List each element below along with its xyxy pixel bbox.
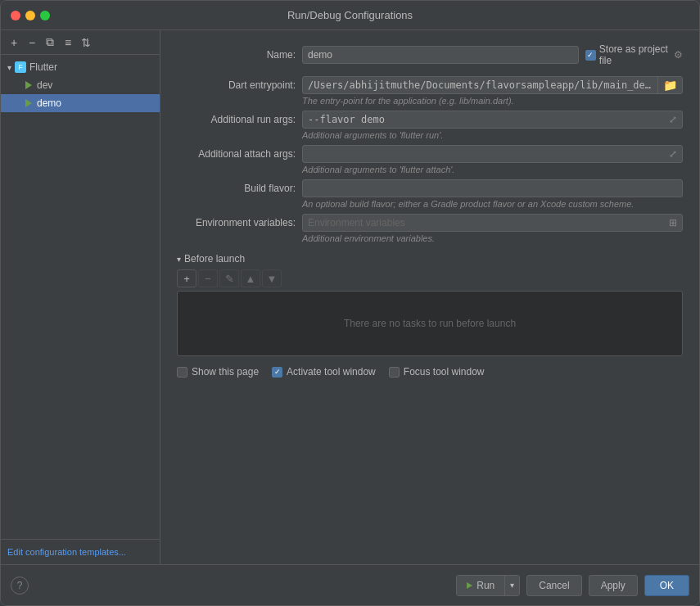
copy-config-button[interactable]: ⧉ (42, 34, 58, 51)
apply-button[interactable]: Apply (589, 575, 638, 596)
sidebar-item-flutter-label: Flutter (29, 61, 57, 73)
build-flavor-hint: An optional build flavor; either a Gradl… (302, 199, 683, 209)
attach-args-row: Additional attach args: ⤢ Additional arg… (177, 145, 683, 174)
build-flavor-row: Build flavor: An optional build flavor; … (177, 179, 683, 209)
bottom-bar: ? Run ▾ Cancel Apply OK (1, 564, 699, 605)
action-buttons: Run ▾ Cancel Apply OK (456, 575, 689, 596)
flutter-chevron-icon: ▾ (7, 63, 11, 72)
before-launch-edit-button[interactable]: ✎ (219, 269, 239, 287)
maximize-button[interactable] (40, 11, 50, 20)
remove-config-button[interactable]: − (24, 34, 40, 51)
store-project-checkbox[interactable] (585, 50, 596, 61)
run-config-icon-demo (24, 98, 34, 108)
menu-config-button[interactable]: ≡ (60, 34, 76, 51)
flutter-icon: F (15, 61, 26, 73)
run-args-hint: Additional arguments to 'flutter run'. (302, 130, 683, 140)
checkboxes-row: Show this page Activate tool window Focu… (177, 366, 683, 378)
sidebar-footer: Edit configuration templates... (1, 539, 160, 564)
sidebar-item-dev[interactable]: dev (1, 76, 160, 94)
focus-tool-checkbox[interactable] (389, 367, 400, 378)
activate-tool-checkbox-item[interactable]: Activate tool window (272, 366, 376, 378)
before-launch-empty-text: There are no tasks to run before launch (344, 318, 516, 329)
build-flavor-input[interactable] (302, 179, 683, 197)
traffic-lights (11, 11, 50, 20)
name-row: Name: Store as project file ⚙ (177, 43, 683, 66)
add-config-button[interactable]: + (6, 34, 22, 51)
dart-input-area: 📁 (302, 76, 683, 94)
run-debug-dialog: Run/Debug Configurations + − ⧉ ≡ ⇅ ▾ F F… (0, 0, 700, 606)
env-vars-row: Environment variables: Environment varia… (177, 214, 683, 243)
attach-args-input[interactable] (303, 146, 664, 162)
before-launch-toolbar: + − ✎ ▲ ▼ (177, 269, 683, 287)
attach-args-field: ⤢ Additional arguments to 'flutter attac… (302, 145, 683, 174)
attach-args-hint: Additional arguments to 'flutter attach'… (302, 165, 683, 174)
run-config-icon-dev (24, 80, 34, 90)
build-flavor-label: Build flavor: (177, 179, 296, 194)
env-vars-label: Environment variables: (177, 214, 296, 228)
env-vars-hint: Additional environment variables. (302, 233, 683, 243)
show-page-checkbox[interactable] (177, 367, 187, 378)
before-launch-section: ▾ Before launch + − ✎ ▲ ▼ There are no t… (177, 253, 683, 356)
env-vars-input-area: Environment variables ⊞ (302, 214, 683, 232)
activate-tool-checkbox[interactable] (272, 367, 282, 378)
env-vars-edit-button[interactable]: ⊞ (669, 217, 677, 228)
before-launch-down-button[interactable]: ▼ (262, 269, 282, 287)
dart-browse-button[interactable]: 📁 (657, 77, 682, 93)
title-bar: Run/Debug Configurations (1, 1, 699, 30)
run-triangle-icon (467, 582, 472, 589)
sidebar-toolbar: + − ⧉ ≡ ⇅ (1, 30, 160, 55)
dart-entrypoint-row: Dart entrypoint: 📁 The entry-point for t… (177, 76, 683, 106)
help-icon: ? (17, 580, 23, 591)
store-checkbox-area: Store as project file ⚙ (585, 43, 683, 66)
focus-tool-checkbox-item[interactable]: Focus tool window (389, 366, 485, 378)
before-launch-up-button[interactable]: ▲ (241, 269, 260, 287)
show-page-label: Show this page (192, 366, 259, 378)
focus-tool-label: Focus tool window (404, 366, 485, 378)
cancel-button[interactable]: Cancel (526, 575, 581, 596)
main-content: + − ⧉ ≡ ⇅ ▾ F Flutter dev (1, 30, 699, 564)
sidebar-tree: ▾ F Flutter dev demo (1, 55, 160, 539)
store-project-label: Store as project file (599, 43, 671, 66)
before-launch-remove-button[interactable]: − (198, 269, 218, 287)
run-args-input-area: ⤢ (302, 111, 683, 129)
show-page-checkbox-item[interactable]: Show this page (177, 366, 259, 378)
sidebar-item-flutter[interactable]: ▾ F Flutter (1, 58, 160, 76)
dart-entrypoint-input[interactable] (303, 77, 657, 93)
name-input[interactable] (302, 46, 579, 64)
run-button[interactable]: Run (457, 576, 504, 595)
run-args-expand-button[interactable]: ⤢ (664, 112, 682, 127)
build-flavor-field: An optional build flavor; either a Gradl… (302, 179, 683, 209)
run-button-group: Run ▾ (456, 575, 520, 596)
edit-templates-link[interactable]: Edit configuration templates... (7, 547, 126, 557)
dart-hint: The entry-point for the application (e.g… (302, 96, 683, 106)
help-button[interactable]: ? (11, 577, 29, 595)
run-dropdown-button[interactable]: ▾ (504, 576, 519, 595)
attach-args-input-area: ⤢ (302, 145, 683, 163)
sidebar: + − ⧉ ≡ ⇅ ▾ F Flutter dev (1, 30, 160, 564)
attach-args-label: Additional attach args: (177, 145, 296, 160)
sidebar-item-demo[interactable]: demo (1, 94, 160, 112)
run-args-row: Additional run args: ⤢ Additional argume… (177, 111, 683, 140)
name-label: Name: (177, 49, 296, 61)
before-launch-chevron-icon[interactable]: ▾ (177, 255, 181, 264)
env-vars-placeholder: Environment variables (308, 217, 666, 228)
dart-label: Dart entrypoint: (177, 76, 296, 91)
run-args-input[interactable] (303, 111, 664, 128)
ok-button[interactable]: OK (644, 575, 689, 596)
before-launch-empty-state: There are no tasks to run before launch (177, 291, 683, 356)
sidebar-item-demo-label: demo (37, 97, 61, 109)
config-panel: Name: Store as project file ⚙ Dart entry… (160, 30, 699, 564)
run-args-label: Additional run args: (177, 111, 296, 125)
env-vars-field: Environment variables ⊞ Additional envir… (302, 214, 683, 243)
before-launch-header: ▾ Before launch (177, 253, 683, 265)
sidebar-item-dev-label: dev (37, 79, 52, 91)
run-button-label: Run (476, 580, 495, 591)
sort-config-button[interactable]: ⇅ (78, 34, 94, 51)
minimize-button[interactable] (25, 11, 35, 20)
attach-args-expand-button[interactable]: ⤢ (664, 147, 682, 161)
before-launch-add-button[interactable]: + (177, 269, 196, 287)
dialog-title: Run/Debug Configurations (287, 9, 413, 21)
close-button[interactable] (11, 11, 20, 20)
store-settings-icon[interactable]: ⚙ (674, 49, 683, 61)
run-args-field: ⤢ Additional arguments to 'flutter run'. (302, 111, 683, 140)
